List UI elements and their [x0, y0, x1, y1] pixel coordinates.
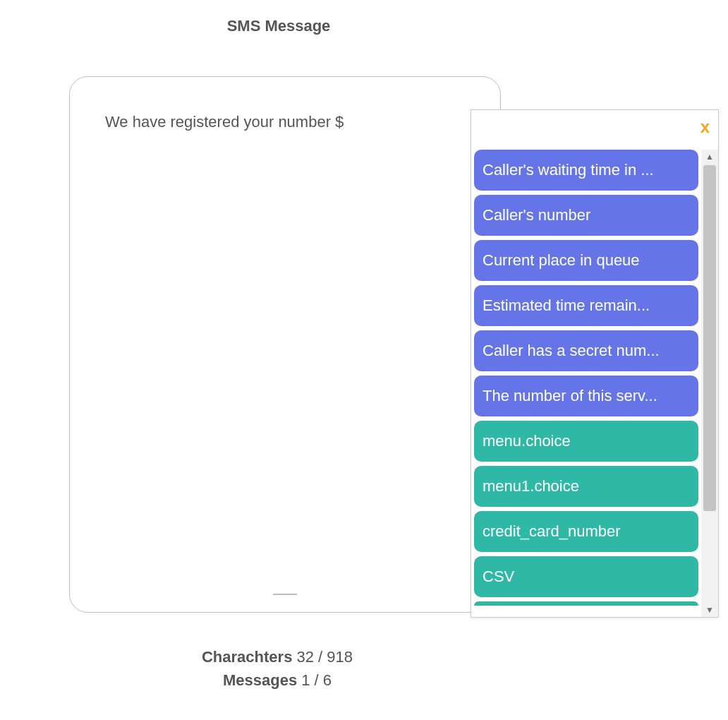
scroll-thumb[interactable]: [703, 165, 716, 511]
variable-option[interactable]: Estimated time remain...: [474, 285, 698, 326]
footer-stats: Charachters 32 / 918 Messages 1 / 6: [0, 645, 554, 692]
variable-list: Caller's waiting time in ... Caller's nu…: [471, 150, 701, 617]
variable-option[interactable]: credit_card_number: [474, 511, 698, 552]
popup-header: x: [471, 110, 718, 150]
sms-editor[interactable]: We have registered your number $: [69, 76, 501, 613]
resize-handle[interactable]: [273, 594, 297, 595]
variable-option[interactable]: Caller's waiting time in ...: [474, 150, 698, 191]
messages-label: Messages: [223, 671, 297, 689]
variable-option[interactable]: CSV: [474, 556, 698, 597]
characters-label: Charachters: [202, 648, 292, 666]
variable-option[interactable]: Current place in queue: [474, 240, 698, 281]
scroll-up-icon[interactable]: ▲: [701, 150, 718, 164]
close-icon[interactable]: x: [700, 119, 710, 136]
variable-option[interactable]: menu.choice: [474, 421, 698, 462]
page-title: SMS Message: [0, 17, 557, 35]
characters-value: 32 / 918: [297, 648, 353, 666]
variable-option[interactable]: Caller's number: [474, 195, 698, 236]
variable-option[interactable]: The number of this serv...: [474, 376, 698, 416]
scrollbar[interactable]: ▲ ▼: [701, 150, 718, 617]
variable-option[interactable]: menu1.choice: [474, 466, 698, 507]
sms-editor-text: We have registered your number $: [105, 112, 465, 133]
variable-option[interactable]: [474, 601, 698, 606]
scroll-down-icon[interactable]: ▼: [701, 603, 718, 617]
messages-value: 1 / 6: [301, 671, 332, 689]
variable-picker-popup: x Caller's waiting time in ... Caller's …: [471, 109, 719, 618]
variable-option[interactable]: Caller has a secret num...: [474, 330, 698, 371]
